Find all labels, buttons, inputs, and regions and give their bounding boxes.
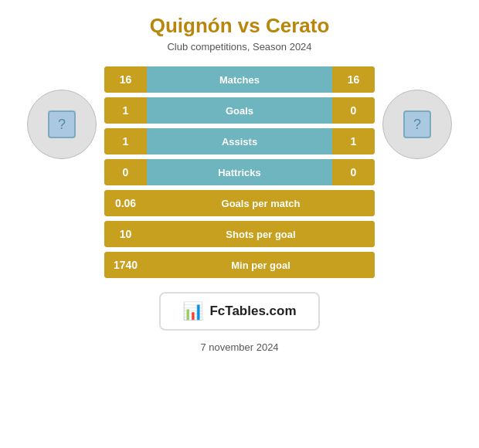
page-subtitle: Club competitions, Season 2024 xyxy=(167,41,311,53)
stat-label: Assists xyxy=(147,128,332,154)
stats-section: 16 Matches 16 1 Goals 0 1 Assists 1 0 Ha… xyxy=(104,66,375,278)
stat-value-left: 1 xyxy=(104,128,147,154)
stat-row: 16 Matches 16 xyxy=(104,66,375,93)
stat-row: 1 Assists 1 xyxy=(104,128,375,154)
footer-date: 7 november 2024 xyxy=(200,341,278,353)
page: Quignón vs Cerato Club competitions, Sea… xyxy=(0,0,479,448)
avatar-left: ? xyxy=(27,90,97,159)
stat-row: 0.06 Goals per match xyxy=(104,190,375,216)
logo-area: 📊 FcTables.com xyxy=(159,292,319,331)
stat-label: Goals xyxy=(147,97,332,124)
stat-row: 10 Shots per goal xyxy=(104,221,375,247)
stat-row: 1 Goals 0 xyxy=(104,97,375,124)
stat-label: Hattricks xyxy=(147,159,332,185)
stat-row: 1740 Min per goal xyxy=(104,252,375,278)
page-title: Quignón vs Cerato xyxy=(150,14,330,38)
stat-label: Matches xyxy=(147,66,332,93)
stat-value-right: 1 xyxy=(332,128,375,154)
stat-label: Shots per goal xyxy=(147,221,375,247)
main-row: ? 16 Matches 16 1 Goals 0 1 Assists 1 0 … xyxy=(0,66,479,278)
avatar-left-placeholder: ? xyxy=(48,110,76,138)
stat-value-right: 16 xyxy=(332,66,375,93)
avatar-right-placeholder: ? xyxy=(403,110,431,138)
stat-value-left: 16 xyxy=(104,66,147,93)
logo-text: FcTables.com xyxy=(209,304,296,319)
stat-row: 0 Hattricks 0 xyxy=(104,159,375,185)
stat-value-left: 0.06 xyxy=(104,190,147,216)
stat-label: Goals per match xyxy=(147,190,375,216)
stat-label: Min per goal xyxy=(147,252,375,278)
stat-value-right: 0 xyxy=(332,97,375,124)
stat-value-right: 0 xyxy=(332,159,375,185)
stat-value-left: 1 xyxy=(104,97,147,124)
stat-value-left: 1740 xyxy=(104,252,147,278)
stat-value-left: 0 xyxy=(104,159,147,185)
logo-icon: 📊 xyxy=(182,301,203,321)
avatar-right: ? xyxy=(382,90,452,159)
stat-value-left: 10 xyxy=(104,221,147,247)
